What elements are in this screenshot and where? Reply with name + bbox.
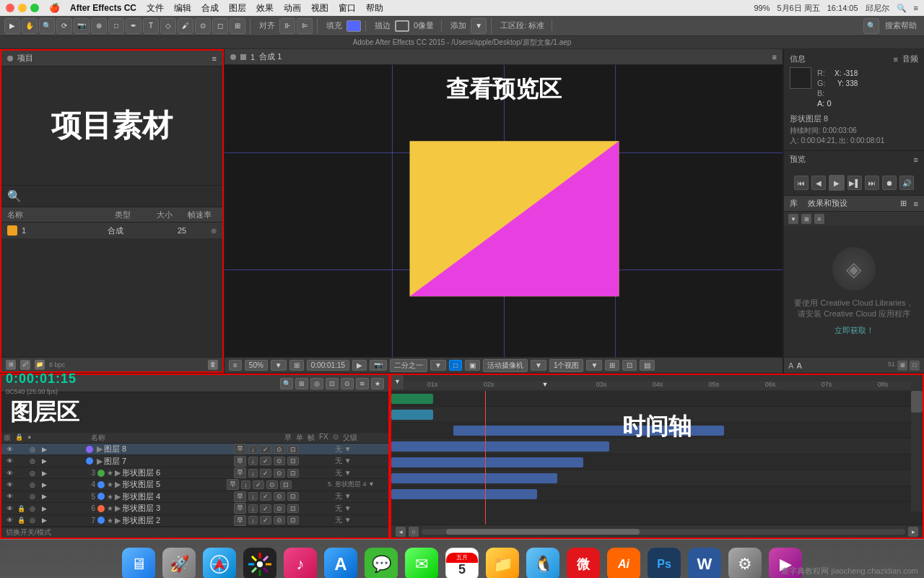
dock-word[interactable]: W [686,546,723,579]
layer-row-2[interactable]: 👁 ◎ ▶ ▶ 图层 7 早 ↓ ✓ ⊙ ⊡ 无 ▼ [1,455,388,467]
preview-panel-menu[interactable]: ≡ [772,53,777,61]
motion-blur[interactable]: ≋ [356,378,369,389]
layer-row-5[interactable]: 👁 ◎ ▶ 5 ★ ▶ 形状图层 4 早 ↓ ✓ ⊙ ⊡ 无 ▼ [1,491,388,503]
menu-edit[interactable]: 编辑 [174,2,191,14]
close-button[interactable] [6,4,14,12]
fullscreen-button[interactable] [30,4,39,12]
ps-icon[interactable]: Ps [648,548,681,579]
camera-label[interactable]: 活动摄像机 [483,359,528,372]
list-icon[interactable]: ≡ [914,4,918,12]
timeline-content[interactable]: 时间轴 [391,391,923,525]
record-btn[interactable]: ⏺ [882,176,897,190]
search-layers[interactable]: 🔍 [280,378,293,389]
finder-icon[interactable]: 🖥 [122,548,155,579]
dock-ai[interactable]: Ai [605,546,642,579]
layer-1-switch[interactable]: 早 [234,444,246,454]
layer-1-frame[interactable]: ✓ [260,445,271,454]
track-1-bar[interactable] [391,410,433,420]
settings-icon[interactable]: ⚙ [728,548,762,579]
right-tb-list[interactable]: □ [910,361,920,371]
dock-calendar[interactable]: 五月 5 [443,546,481,579]
zoom-level[interactable]: 50% [245,360,268,371]
view-count[interactable]: 1个视图 [549,359,584,372]
dock-weibo[interactable]: 微 [565,546,602,579]
footer-icon-trash[interactable]: 🗑 [208,360,218,370]
play-btn[interactable]: ▶ [829,175,845,191]
tl-footer-btn1[interactable]: ◂ [396,527,406,537]
project-panel-close[interactable] [7,56,13,61]
menu-composition[interactable]: 合成 [201,2,219,14]
lib-list[interactable]: ≡ [814,214,824,224]
skip-end-btn[interactable]: ⏭ [865,176,879,190]
layer-row-3[interactable]: 👁 ◎ ▶ 3 ★ ▶ 形状图层 6 早 ↓ ✓ ⊙ ⊡ 无 ▼ [1,467,388,479]
cc-link[interactable]: 立即获取！ [834,325,874,336]
track-6-bar[interactable] [391,489,537,499]
render-quality[interactable]: 二分之一 [390,359,427,372]
footer-icon-3[interactable]: 📁 [35,360,45,370]
search-btn[interactable]: 🔍 [863,18,879,34]
dock-folder[interactable]: 📁 [484,546,521,579]
timeline-hscrollbar[interactable] [422,529,905,535]
lock-icon-1[interactable] [16,444,26,454]
align-btn-1[interactable]: ⊪ [279,18,295,34]
menu-effect[interactable]: 效果 [256,2,274,14]
layer-3-expand[interactable]: ▶ [113,468,122,478]
preview-panel-close[interactable] [230,54,236,60]
itunes-icon[interactable]: ♪ [284,548,317,579]
track-4-bar[interactable] [391,457,583,467]
info-menu[interactable]: ≡ [894,55,898,64]
shape-tool[interactable]: ◇ [160,18,176,34]
text-tool[interactable]: T [143,18,159,34]
layer-1-fx[interactable]: ⊙ [274,445,285,454]
layer-row-7[interactable]: 👁 🔒 ◎ ▶ 7 ★ ▶ 形状图层 2 早 ↓ ✓ ⊙ ⊡ 无 ▼ [1,515,388,527]
calendar-icon[interactable]: 五月 5 [445,548,479,579]
launchpad-icon[interactable]: 🚀 [162,548,196,579]
tracks-area[interactable] [391,391,911,525]
view-arrow[interactable]: ▼ [586,360,602,371]
time-arrow[interactable]: ▶ [352,360,367,371]
track-2-bar[interactable] [453,426,723,436]
pixel-aspect[interactable]: ⊡ [622,360,637,371]
app-name[interactable]: After Effects CC [70,3,136,13]
layer-row-6[interactable]: 👁 🔒 ◎ ▶ 6 ★ ▶ 形状图层 3 早 ↓ ✓ ⊙ ⊡ 无 ▼ [1,503,388,514]
library-menu[interactable]: ≡ [914,199,918,208]
3d-view[interactable]: ⊙ [341,378,354,389]
draft-mode[interactable]: ⊡ [326,378,339,389]
expand-icon-1[interactable]: ▶ [39,444,49,454]
word-icon[interactable]: W [688,548,721,579]
pen-tool[interactable]: ✒ [126,18,141,34]
track-3-bar[interactable] [391,441,609,452]
time-display[interactable]: 0:00:01:15 [307,360,349,371]
preview-controls-menu[interactable]: ≡ [914,155,918,164]
clone-tool[interactable]: ⊙ [195,18,211,34]
dock-itunes[interactable]: ♪ [282,546,319,579]
preview-footer-menu[interactable]: ≡ [229,360,242,371]
project-panel-menu-icon[interactable]: ≡ [212,54,217,63]
tl-footer-btn2[interactable]: ○ [409,527,419,537]
prev-frame-btn[interactable]: ◀ [811,176,826,190]
add-btn[interactable]: ▼ [471,18,487,34]
mask-tool[interactable]: □ [108,18,124,34]
lib-grid[interactable]: ⊞ [801,214,811,224]
selection-tool[interactable]: ▶ [4,18,20,34]
fill-color-swatch[interactable] [346,20,361,32]
layer-5-expand[interactable]: ▶ [113,492,122,501]
menu-help[interactable]: 帮助 [366,2,383,14]
timeline-vscrollbar[interactable] [911,391,923,512]
layer-6-expand[interactable]: ▶ [113,504,122,513]
layer-1-3d[interactable]: ⊡ [287,445,299,454]
messages-icon[interactable]: ✉ [405,548,438,579]
vscroll-thumb[interactable] [911,391,923,413]
dock-launchpad[interactable]: 🚀 [160,546,198,579]
lib-filter[interactable]: ▼ [788,214,798,224]
right-tb-grid[interactable]: ⊞ [897,361,907,371]
rotate-tool[interactable]: ⟳ [56,18,72,34]
zoom-fit[interactable]: ▼ [271,360,287,371]
photos-icon[interactable] [243,548,276,579]
menu-layer[interactable]: 图层 [229,2,246,14]
layer-1-solo[interactable]: ↓ [248,445,258,454]
menu-window[interactable]: 窗口 [339,2,356,14]
hscroll-thumb[interactable] [446,529,640,535]
layer-row-1[interactable]: 👁 ◎ ▶ ▶ 图层 8 早 ↓ ✓ ⊙ ⊡ 无 ▼ [1,444,388,455]
dock-settings[interactable]: ⚙ [726,546,764,579]
